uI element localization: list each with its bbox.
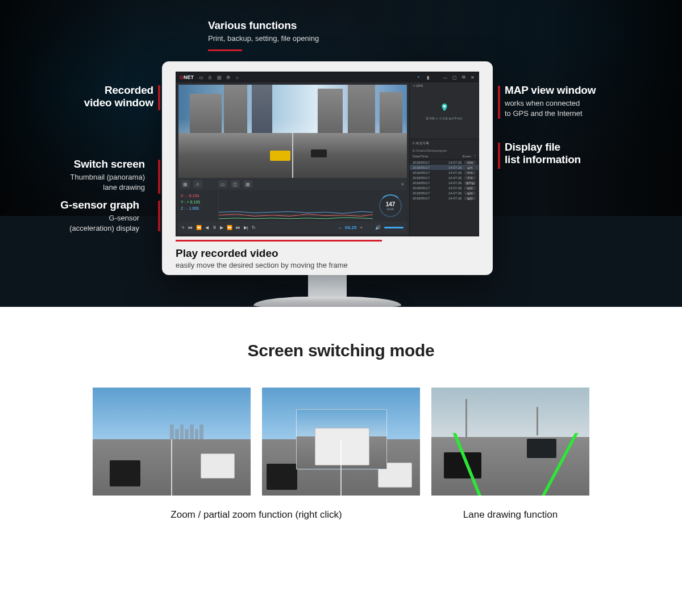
restore-icon[interactable]: ⧉ [461, 75, 466, 80]
map-panel[interactable]: ⌖ GPS 맵 연동 시 이곳을 눌러주세요 [410, 82, 479, 139]
screen-icon[interactable]: ▭ [198, 75, 203, 80]
callout-various-functions: Various functions Print, backup, setting… [208, 19, 319, 51]
map-pin-icon [440, 102, 449, 113]
vehicle-car [527, 439, 556, 458]
pause-icon[interactable]: ⏸ [212, 225, 217, 230]
vehicle-truck-zoom [315, 428, 369, 465]
monitor-base [253, 297, 401, 307]
caption-row: Zoom / partial zoom function (right clic… [0, 509, 682, 521]
prev-frame-icon[interactable]: ⏪ [196, 225, 202, 230]
close-small-icon[interactable]: ✕ [401, 182, 405, 187]
table-row[interactable]: 2018/05/1714:07:26일반 [410, 190, 479, 195]
speed-gauge: 147 Km/h [376, 193, 405, 219]
thumb-zoom-in [262, 388, 420, 496]
speed-minus[interactable]: – [339, 225, 341, 230]
list-header: ≡ 재생목록 [410, 139, 479, 148]
table-row[interactable]: 2018/05/1714:07:26주차 [410, 175, 479, 180]
table-row[interactable]: 2018/05/1714:07:26주차 [410, 170, 479, 175]
caption-lane: Lane drawing function [431, 509, 589, 521]
app-logo: GNET [180, 74, 194, 80]
light-pole [465, 399, 467, 439]
layout-grid-icon[interactable]: ▦ [243, 180, 252, 188]
volume-icon[interactable]: 🔊 [375, 225, 381, 230]
layout-split-icon[interactable]: ◫ [231, 180, 240, 188]
table-row[interactable]: 2018/05/1714:07:26일반 [410, 195, 479, 201]
red-underline [208, 49, 242, 51]
save-icon[interactable]: ▤ [217, 75, 222, 80]
gsensor-panel: X : - 0.104 Y : + 0.193 Z : - 1.008 [178, 190, 407, 221]
thumbnail-icon[interactable]: ▦ [181, 180, 190, 188]
toolbar-icons-right: ⌖ ▮ [416, 75, 430, 80]
table-row[interactable]: 2018/05/1714:07:26일반 [410, 185, 479, 190]
settings-icon[interactable]: ⚙ [226, 75, 231, 80]
minimize-icon[interactable]: — [443, 75, 448, 80]
folder-icon[interactable]: ⌂ [235, 75, 240, 80]
main-column: ▦ ⁄\ ▭ ◫ ▦ ✕ X : - 0.104 Y [176, 82, 409, 236]
gps-icon[interactable]: ⌖ [416, 75, 421, 80]
thumbnail-row [0, 388, 682, 496]
callout-file-list: Display file list information [505, 141, 601, 166]
zoom-overlay [296, 409, 387, 469]
callout-title: G-sensor graph [60, 199, 139, 211]
play-icon[interactable]: ▶ [220, 225, 223, 230]
skip-start-icon[interactable]: ⏮ [188, 225, 193, 230]
app-body: ▦ ⁄\ ▭ ◫ ▦ ✕ X : - 0.104 Y [176, 82, 479, 236]
callout-sub: G-sensor (acceleration) display [60, 213, 139, 233]
maximize-icon[interactable]: ▢ [452, 75, 457, 80]
callout-title: Switch screen [65, 158, 145, 170]
callout-sub: easily move the desired section by movin… [176, 261, 479, 269]
svg-point-0 [443, 105, 446, 107]
thumb-zoom-out [93, 388, 251, 496]
table-row[interactable]: 2018/05/1714:07:26움직임 [410, 180, 479, 185]
layout-single-icon[interactable]: ▭ [218, 180, 227, 188]
red-bar [158, 201, 160, 231]
red-underline [176, 240, 382, 242]
callout-map-view: MAP view window works when connected to … [505, 84, 601, 118]
vehicle-car [311, 149, 327, 157]
vehicle-suv [110, 460, 140, 486]
speed-plus[interactable]: + [360, 225, 363, 230]
vehicle-taxi [270, 151, 290, 161]
side-column: ⌖ GPS 맵 연동 시 이곳을 눌러주세요 ≡ 재생목록 E:/Users/D… [409, 82, 479, 236]
list-path: E:/Users/Desktop/gnet [410, 148, 479, 153]
app-window: GNET ▭ ⎙ ▤ ⚙ ⌂ ⌖ ▮ — ▢ [176, 72, 479, 236]
step-fwd-icon[interactable]: ⏩ [227, 225, 232, 230]
red-bar [498, 86, 500, 119]
map-hint: 맵 연동 시 이곳을 눌러주세요 [426, 116, 463, 120]
light-pole [537, 407, 538, 435]
thumb-lane-drawing [431, 388, 589, 496]
callout-sub: Thumbnail (panorama) lane drawing [65, 172, 145, 192]
list-table-body[interactable]: 2018/05/1714:07:26전체2018/05/1714:07:26일반… [410, 160, 479, 236]
hero-section: Various functions Print, backup, setting… [0, 0, 682, 307]
speed-value: X0.25 [344, 225, 356, 230]
file-list-panel: ≡ 재생목록 E:/Users/Desktop/gnet Date/Time E… [410, 139, 479, 236]
next-file-icon[interactable]: ▶| [244, 225, 248, 230]
callout-title: Display file list information [505, 141, 601, 166]
signal-icon[interactable]: ▮ [425, 75, 430, 80]
table-row[interactable]: 2018/05/1714:07:26전체 [410, 160, 479, 165]
toolbar-icons-left: ▭ ⎙ ▤ ⚙ ⌂ [198, 75, 240, 80]
monitor: GNET ▭ ⎙ ▤ ⚙ ⌂ ⌖ ▮ — ▢ [162, 61, 493, 307]
menu-icon[interactable]: ≡ [182, 225, 185, 230]
red-bar [498, 143, 500, 169]
vehicle-truck [201, 453, 235, 478]
callout-title: Play recorded video [176, 247, 479, 260]
caption-zoom: Zoom / partial zoom function (right clic… [93, 509, 420, 521]
gsensor-values: X : - 0.104 Y : + 0.193 Z : - 1.008 [181, 193, 215, 219]
lower-section: Screen switching mode Zoom / partial zoo… [0, 307, 682, 566]
volume-slider[interactable] [384, 227, 404, 228]
video-preview[interactable] [178, 85, 407, 178]
repeat-icon[interactable]: ↻ [252, 225, 256, 230]
section-heading: Screen switching mode [0, 341, 682, 360]
skip-end-icon[interactable]: ⏭ [236, 225, 240, 230]
print-icon[interactable]: ⎙ [207, 75, 213, 80]
gsensor-graph [218, 193, 373, 219]
close-icon[interactable]: ✕ [470, 75, 475, 80]
vehicle-suv [267, 464, 297, 490]
callout-title: MAP view window [505, 84, 601, 97]
step-back-icon[interactable]: ◀ [205, 225, 209, 230]
gps-label: ⌖ GPS [413, 84, 423, 88]
lane-icon[interactable]: ⁄\ [193, 180, 202, 188]
callout-play-recorded: Play recorded video easily move the desi… [176, 240, 479, 269]
table-row[interactable]: 2018/05/1714:07:26일반 [410, 165, 479, 170]
